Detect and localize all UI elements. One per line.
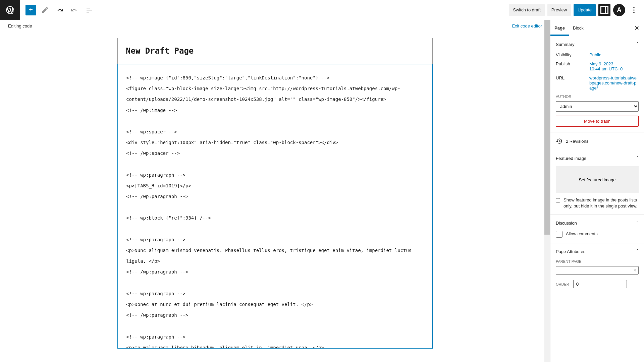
- url-label: URL: [556, 75, 589, 90]
- clear-parent-button[interactable]: ✕: [633, 268, 637, 273]
- revisions-link[interactable]: 2 Revisions: [550, 132, 644, 150]
- exit-code-editor-link[interactable]: Exit code editor: [512, 23, 542, 28]
- editor-scrollbar-thumb[interactable]: [544, 20, 550, 235]
- summary-heading: Summary: [556, 42, 575, 47]
- svg-point-0: [633, 7, 635, 8]
- featured-image-panel: Featured image ˄ Set featured image Show…: [550, 150, 644, 215]
- redo-icon: [70, 6, 78, 14]
- svg-point-2: [633, 12, 635, 13]
- sidebar-tabs: Page Block ✕: [550, 20, 644, 36]
- summary-panel-header[interactable]: Summary ˄: [556, 42, 639, 47]
- featured-image-checkbox-label: Show featured image in the posts lists o…: [564, 197, 639, 209]
- history-icon: [556, 138, 562, 144]
- parent-page-input[interactable]: [556, 266, 639, 275]
- discussion-panel: Discussion ˄ Allow comments: [550, 215, 644, 243]
- visibility-label: Visibility: [556, 52, 589, 57]
- author-label: AUTHOR: [556, 95, 639, 99]
- tab-block[interactable]: Block: [569, 20, 588, 36]
- discussion-heading: Discussion: [556, 221, 577, 226]
- top-toolbar: + Switch to draft Preview Update A: [0, 0, 644, 20]
- close-settings-button[interactable]: ✕: [629, 20, 644, 36]
- plugin-button[interactable]: A: [613, 4, 625, 16]
- switch-to-draft-button[interactable]: Switch to draft: [509, 4, 544, 16]
- editor-scrollbar[interactable]: [544, 20, 550, 362]
- publish-label: Publish: [556, 61, 589, 71]
- chevron-up-icon: ˄: [636, 220, 639, 226]
- url-value[interactable]: wordpress-tutorials.atwebpages.com/new-d…: [589, 75, 637, 90]
- chevron-up-icon: ˄: [636, 42, 639, 47]
- undo-icon: [56, 6, 64, 14]
- allow-comments-checkbox[interactable]: [556, 231, 562, 238]
- visibility-value[interactable]: Public: [589, 52, 601, 57]
- order-input[interactable]: [573, 280, 627, 288]
- move-to-trash-button[interactable]: Move to trash: [556, 116, 639, 127]
- summary-panel: Summary ˄ Visibility Public Publish May …: [550, 36, 644, 132]
- preview-button[interactable]: Preview: [547, 4, 571, 16]
- tab-page[interactable]: Page: [550, 20, 569, 36]
- edit-mode-button[interactable]: [39, 4, 51, 16]
- undo-button[interactable]: [54, 4, 66, 16]
- outline-button[interactable]: [83, 4, 95, 16]
- author-select[interactable]: admin: [556, 101, 639, 112]
- settings-panel-toggle[interactable]: [598, 4, 610, 16]
- add-block-button[interactable]: +: [25, 5, 36, 15]
- featured-image-lists-only-checkbox[interactable]: [556, 197, 560, 204]
- dots-vertical-icon: [630, 6, 638, 14]
- post-title-input[interactable]: New Draft Page: [117, 38, 433, 64]
- redo-button[interactable]: [68, 4, 80, 16]
- settings-sidebar: Page Block ✕ Summary ˄ Visibility Public…: [550, 20, 644, 362]
- allow-comments-label: Allow comments: [566, 231, 598, 237]
- editor-banner: Editing code Exit code editor: [0, 20, 550, 32]
- editor-area: Editing code Exit code editor New Draft …: [0, 20, 550, 362]
- plugin-glyph-icon: A: [617, 6, 622, 13]
- svg-point-1: [633, 9, 635, 11]
- revisions-text: 2 Revisions: [566, 139, 588, 144]
- code-editor-textarea[interactable]: <!-- wp:image {"id":850,"sizeSlug":"larg…: [117, 64, 433, 349]
- editing-mode-label: Editing code: [8, 23, 32, 28]
- outline-icon: [85, 6, 93, 14]
- page-attributes-panel-header[interactable]: Page Attributes ˄: [556, 249, 639, 254]
- discussion-panel-header[interactable]: Discussion ˄: [556, 220, 639, 226]
- page-attributes-panel: Page Attributes ˄ PARENT PAGE: ✕ ORDER: [550, 243, 644, 294]
- update-button[interactable]: Update: [574, 4, 596, 16]
- page-attributes-heading: Page Attributes: [556, 249, 585, 254]
- code-container: New Draft Page <!-- wp:image {"id":850,"…: [117, 38, 433, 349]
- sidebar-icon: [598, 4, 610, 16]
- chevron-up-icon: ˄: [636, 156, 639, 161]
- wordpress-icon: [5, 5, 15, 15]
- wordpress-logo[interactable]: [0, 0, 20, 20]
- chevron-up-icon: ˄: [636, 249, 639, 254]
- toolbar-right-group: Switch to draft Preview Update A: [509, 4, 644, 16]
- toolbar-left-group: +: [20, 4, 95, 16]
- parent-page-label: PARENT PAGE:: [556, 259, 639, 263]
- featured-image-heading: Featured image: [556, 156, 586, 161]
- main-area: Editing code Exit code editor New Draft …: [0, 20, 644, 362]
- close-icon: ✕: [634, 24, 639, 32]
- featured-image-panel-header[interactable]: Featured image ˄: [556, 156, 639, 161]
- order-label: ORDER: [556, 282, 569, 286]
- more-menu-button[interactable]: [628, 4, 640, 16]
- set-featured-image-button[interactable]: Set featured image: [556, 166, 639, 193]
- publish-value[interactable]: May 9, 2023 10:44 am UTC+0: [589, 61, 623, 71]
- pencil-icon: [41, 6, 49, 14]
